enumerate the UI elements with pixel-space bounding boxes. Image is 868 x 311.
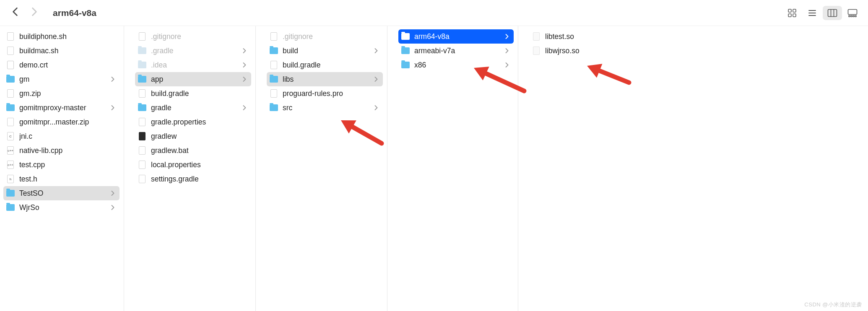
row-label: .gitignore bbox=[283, 32, 379, 41]
folder-icon bbox=[6, 189, 15, 198]
file-row[interactable]: c++native-lib.cpp bbox=[3, 143, 120, 158]
file-row[interactable]: demo.crt bbox=[3, 58, 120, 72]
row-label: x86 bbox=[414, 61, 503, 70]
folder-row[interactable]: app bbox=[135, 72, 251, 86]
svg-rect-2 bbox=[788, 14, 791, 17]
forward-button[interactable] bbox=[31, 7, 38, 18]
folder-row[interactable]: build bbox=[267, 44, 383, 58]
row-label: libs bbox=[283, 75, 372, 84]
file-icon bbox=[138, 160, 147, 169]
svg-rect-3 bbox=[793, 14, 796, 17]
chevron-right-icon bbox=[243, 61, 248, 70]
row-label: app bbox=[151, 75, 240, 84]
folder-icon bbox=[138, 60, 147, 70]
svg-rect-10 bbox=[848, 9, 857, 14]
folder-row[interactable]: gomitmproxy-master bbox=[3, 101, 120, 115]
folder-row[interactable]: x86 bbox=[398, 58, 514, 72]
folder-row[interactable]: gm bbox=[3, 72, 120, 86]
folder-row[interactable]: libs bbox=[267, 72, 383, 86]
row-label: .gitignore bbox=[151, 32, 248, 41]
svg-rect-11 bbox=[849, 16, 850, 17]
file-row[interactable]: libtest.so bbox=[529, 29, 646, 44]
row-label: build bbox=[283, 47, 372, 55]
folder-row[interactable]: .idea bbox=[135, 58, 251, 72]
file-icon bbox=[532, 32, 541, 41]
file-row[interactable]: settings.gradle bbox=[135, 172, 251, 186]
chevron-right-icon bbox=[505, 32, 510, 41]
file-row[interactable]: local.properties bbox=[135, 158, 251, 172]
chevron-right-icon bbox=[243, 104, 248, 112]
file-row[interactable]: build.gradle bbox=[135, 86, 251, 101]
row-label: .idea bbox=[151, 61, 240, 70]
folder-row[interactable]: armeabi-v7a bbox=[398, 44, 514, 58]
file-row[interactable]: Cjni.c bbox=[3, 129, 120, 143]
file-icon bbox=[6, 32, 15, 41]
chevron-right-icon bbox=[111, 189, 116, 198]
file-icon bbox=[138, 117, 147, 127]
row-label: gradle bbox=[151, 104, 240, 112]
file-row[interactable]: buildiphone.sh bbox=[3, 29, 120, 44]
view-columns-button[interactable] bbox=[823, 6, 842, 20]
file-row[interactable]: gomitmpr...master.zip bbox=[3, 115, 120, 129]
file-icon: c++ bbox=[6, 146, 15, 155]
folder-icon bbox=[138, 75, 147, 84]
row-label: WjrSo bbox=[19, 203, 109, 212]
row-label: test.h bbox=[19, 175, 116, 184]
folder-row[interactable]: arm64-v8a bbox=[398, 29, 514, 44]
column-1: .gitignore.gradle.ideaappbuild.gradlegra… bbox=[132, 26, 256, 311]
file-icon bbox=[138, 32, 147, 41]
chevron-right-icon bbox=[243, 47, 248, 55]
column-browser: buildiphone.shbuildmac.shdemo.crtgmgm.zi… bbox=[0, 26, 868, 311]
file-row[interactable]: .gitignore bbox=[135, 29, 251, 44]
chevron-right-icon bbox=[111, 203, 116, 212]
row-label: arm64-v8a bbox=[414, 32, 503, 41]
chevron-right-icon bbox=[374, 75, 379, 84]
folder-row[interactable]: TestSO bbox=[3, 186, 120, 200]
row-label: armeabi-v7a bbox=[414, 47, 503, 55]
chevron-right-icon bbox=[111, 75, 116, 84]
toolbar: arm64-v8a bbox=[0, 0, 868, 26]
file-icon bbox=[6, 60, 15, 70]
svg-rect-1 bbox=[793, 9, 796, 12]
back-button[interactable] bbox=[12, 7, 18, 18]
row-label: gm.zip bbox=[19, 89, 116, 98]
chevron-right-icon bbox=[374, 47, 379, 55]
folder-row[interactable]: WjrSo bbox=[3, 200, 120, 215]
row-label: gomitmpr...master.zip bbox=[19, 118, 116, 127]
file-row[interactable]: .gitignore bbox=[267, 29, 383, 44]
file-row[interactable]: gradlew.bat bbox=[135, 143, 251, 158]
file-icon bbox=[269, 60, 278, 70]
file-icon bbox=[138, 132, 147, 141]
folder-row[interactable]: .gradle bbox=[135, 44, 251, 58]
folder-icon bbox=[138, 46, 147, 55]
file-row[interactable]: gm.zip bbox=[3, 86, 120, 101]
file-row[interactable]: buildmac.sh bbox=[3, 44, 120, 58]
row-label: proguard-rules.pro bbox=[283, 89, 379, 98]
view-gallery-button[interactable] bbox=[843, 6, 862, 20]
file-row[interactable]: proguard-rules.pro bbox=[267, 86, 383, 101]
row-label: buildmac.sh bbox=[19, 47, 116, 55]
file-row[interactable]: htest.h bbox=[3, 172, 120, 186]
file-row[interactable]: build.gradle bbox=[267, 58, 383, 72]
file-row[interactable]: gradle.properties bbox=[135, 115, 251, 129]
view-switcher bbox=[782, 6, 862, 20]
folder-icon bbox=[6, 103, 15, 112]
folder-icon bbox=[6, 203, 15, 212]
view-icons-button[interactable] bbox=[782, 6, 802, 20]
file-row[interactable]: libwjrso.so bbox=[529, 44, 646, 58]
chevron-right-icon bbox=[505, 47, 510, 55]
row-label: settings.gradle bbox=[151, 175, 248, 184]
svg-rect-0 bbox=[788, 9, 791, 12]
row-label: jni.c bbox=[19, 132, 116, 141]
folder-row[interactable]: src bbox=[267, 101, 383, 115]
row-label: gradlew.bat bbox=[151, 146, 248, 155]
folder-row[interactable]: gradle bbox=[135, 101, 251, 115]
view-list-button[interactable] bbox=[803, 6, 822, 20]
column-4: libtest.solibwjrso.so bbox=[526, 26, 650, 311]
row-label: libwjrso.so bbox=[545, 47, 642, 55]
file-icon bbox=[138, 146, 147, 155]
file-row[interactable]: gradlew bbox=[135, 129, 251, 143]
svg-rect-12 bbox=[851, 16, 852, 17]
row-label: gradlew bbox=[151, 132, 248, 141]
file-row[interactable]: c++test.cpp bbox=[3, 158, 120, 172]
